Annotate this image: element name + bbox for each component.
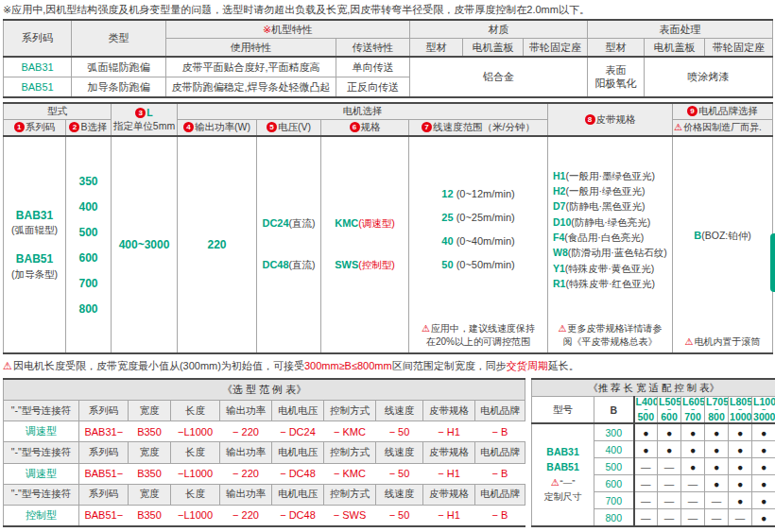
example-part: B350 <box>129 505 171 526</box>
header-motor-cover-2: 电机盖板 <box>645 39 705 58</box>
features-table: 系列码 类型 ※机型特性 材质 表面处理 使用特性 传送特性 型材 电机盖板 带… <box>3 19 773 98</box>
speed-option: 50 (0~50m/min) <box>441 260 514 270</box>
b-value: 500 <box>594 458 634 475</box>
header-voltage-label: 电压(V) <box>278 121 311 132</box>
example-part: − 220 <box>220 421 272 442</box>
width-note-range: 300mm≥B≤800mm <box>304 360 392 371</box>
surface-profile-line1: 表面 <box>606 64 627 76</box>
model-note-mark: ⚠“—” <box>551 476 576 488</box>
surface-profile-value: 表面阳极氧化 <box>588 57 645 97</box>
spec-code: KMC <box>335 217 358 229</box>
circled-number-2: 2 <box>69 122 79 132</box>
availability-cell: — <box>658 458 681 475</box>
availability-cell: ● <box>752 509 775 527</box>
brand-desc: (BOZ:铂仲) <box>701 230 751 241</box>
header-cell: 控制方式 <box>324 484 376 505</box>
warning-icon: ⚠ <box>674 122 682 132</box>
belt-option: Y1(特殊皮带·黄色亚光) <box>553 261 654 276</box>
example-part: − H1 <box>423 463 475 484</box>
speed-option: 12 (0~12m/min) <box>441 189 514 199</box>
header-cell: 控制方式 <box>324 401 376 421</box>
warning-icon: ⚠ <box>422 323 430 334</box>
belt-code: H2 <box>553 185 565 197</box>
reference-mark: ※ <box>3 4 11 15</box>
width-note: ⚠因电机长度受限，皮带宽度最小值从(300mm)为初始值，可接受300mm≥B≤… <box>3 358 772 373</box>
type-value: 弧面辊防跑偏 <box>72 57 166 77</box>
header-cell: 电机电压 <box>272 442 324 463</box>
belt-spec-cell: H1(一般用·墨绿色亚光) H2(一般用·绿色亚光) D7(防静电·黑色亚光) … <box>548 136 673 353</box>
l-bottom: 700 <box>684 411 701 422</box>
catalog-page: ※应用中,因机型结构强度及机身变型量的问题，选型时请勿超出负载及长宽,因皮带转弯… <box>0 0 775 527</box>
header-length-code: L <box>146 107 152 118</box>
availability-cell: ● <box>729 475 752 492</box>
availability-cell: ● <box>681 423 705 441</box>
header-profile: 型材 <box>410 39 463 58</box>
header-belt-spec: 8皮带规格 <box>548 103 673 136</box>
series-desc: (弧面辊型) <box>11 224 58 235</box>
header-connector: "-"型号连接符 <box>4 442 79 463</box>
speed-note-line2: 在20%以上的可调控范围 <box>426 336 530 347</box>
belt-option: H1(一般用·墨绿色亚光) <box>553 168 655 183</box>
surface-paint-value: 喷涂烤漆 <box>645 57 773 97</box>
example-part: − DC48 <box>272 505 324 526</box>
header-series-label: 系列码 <box>26 121 56 132</box>
b-value: 600 <box>594 475 634 492</box>
belt-note: ⚠更多皮带规格详情请参阅《平皮带规格总表》 <box>548 322 672 352</box>
circled-number-3: 3 <box>135 108 146 118</box>
example-part: − B <box>475 463 525 484</box>
header-cell: 控制方式 <box>324 442 376 463</box>
belt-desc: (防静电·绿色亮光) <box>571 216 650 228</box>
l-bottom: 800 <box>708 411 725 422</box>
model-cell: BAB31 BAB51 ⚠“—” 定制尺寸 <box>532 423 594 526</box>
power-value: 220 <box>207 238 226 251</box>
speed-note-line1: 应用中，建议线速度保持 <box>431 323 535 334</box>
circled-number-7: 7 <box>422 122 432 132</box>
speed-range: (0~25m/min) <box>456 212 515 223</box>
voltage-code: DC24 <box>262 217 288 229</box>
availability-cell: ● <box>658 423 681 441</box>
speed-value: 50 <box>441 259 453 270</box>
length-cell: 400~3000 <box>112 136 178 353</box>
page-edge-tab <box>770 233 775 292</box>
l-bottom: 1000 <box>730 411 751 422</box>
header-cell: 输出功率 <box>220 484 272 505</box>
example-part: − KMC <box>324 463 376 484</box>
warning-icon: ⚠ <box>551 477 560 488</box>
availability-cell: — <box>705 509 729 527</box>
spec-desc: (控制型) <box>358 259 395 270</box>
header-type: 类型 <box>72 20 166 57</box>
header-cell: 宽度 <box>129 401 171 421</box>
availability-cell: ● <box>729 458 752 475</box>
spec-desc: (调速型) <box>358 217 395 229</box>
brand-note-text: 电机内置于滚筒 <box>694 336 760 347</box>
example-part: B350 <box>129 421 171 442</box>
model-line: BAB51 <box>546 461 578 472</box>
warning-icon: ⚠ <box>685 336 694 347</box>
b-option: 500 <box>78 227 97 238</box>
header-cell: 皮带规格 <box>423 401 475 421</box>
example-row-label: 控制型 <box>4 505 79 526</box>
model-note: 定制尺寸 <box>544 491 582 502</box>
availability-cell: ● <box>705 458 729 475</box>
header-length-col: L400~500 <box>634 397 658 424</box>
material-value: 铝合金 <box>410 57 588 97</box>
warning-icon: ⚠ <box>3 360 12 371</box>
length-range: 400~3000 <box>119 238 170 251</box>
type-value: 加导条防跑偏 <box>72 77 166 98</box>
example-part: − DC48 <box>272 463 324 484</box>
availability-cell: — <box>729 509 752 527</box>
b-option: 350 <box>78 176 97 187</box>
availability-cell: ● <box>634 441 658 458</box>
spec-option: KMC(调速型) <box>335 217 395 231</box>
header-cell: 电机电压 <box>272 484 324 505</box>
example-part: −L1000 <box>171 463 220 484</box>
belt-desc: (食品用·白色亮光) <box>564 232 644 243</box>
example-part: BAB51− <box>79 505 129 526</box>
spec-code: SWS <box>335 259 358 270</box>
header-cell: 系列码 <box>79 484 129 505</box>
availability-cell: — <box>634 492 658 509</box>
availability-cell: ● <box>705 423 729 441</box>
brand-price-note: 价格因制造厂而异. <box>683 122 762 132</box>
header-cell: 线速度 <box>376 401 423 421</box>
belt-option: D10(防静电·绿色亮光) <box>553 215 650 230</box>
